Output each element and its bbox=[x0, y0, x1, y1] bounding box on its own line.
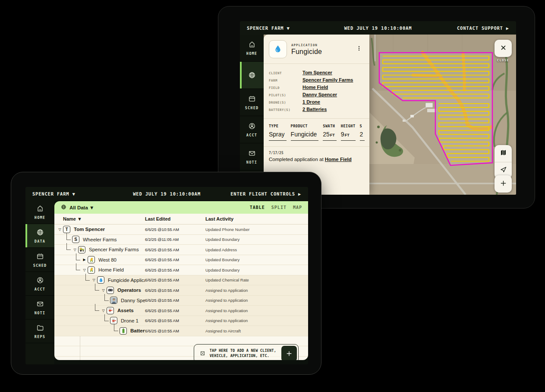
table-row[interactable]: ▽Spencer Family Farms6/6/25 @10:55 AMUpd… bbox=[54, 245, 308, 255]
contact-support-button[interactable]: CONTACT SUPPORT ▶ bbox=[457, 25, 509, 31]
row-name: Assets bbox=[117, 308, 134, 313]
sidebar-item-label: ACCT bbox=[35, 287, 45, 291]
droplet-icon bbox=[97, 276, 104, 284]
detail-label: FIELD bbox=[269, 86, 302, 90]
zoom-in-button[interactable] bbox=[495, 175, 512, 193]
globe-icon bbox=[60, 204, 67, 211]
detail-label: FARM bbox=[269, 79, 302, 82]
sidebar-item-reps[interactable]: REPS bbox=[25, 319, 54, 343]
sidebar-item-label: DATA bbox=[35, 239, 45, 243]
sidebar-item-sched[interactable]: SCHED bbox=[25, 248, 54, 272]
table-row[interactable]: ▽Assets6/6/25 @10:55 AMAssigned to Appli… bbox=[54, 306, 308, 316]
activity-entry: 7/17/25 Completed application at Home Fi… bbox=[264, 147, 369, 166]
row-name: Battery 1 bbox=[130, 328, 145, 333]
row-name: Home Field bbox=[98, 267, 124, 272]
mail-icon bbox=[248, 149, 256, 158]
row-name: Tom Spencer bbox=[74, 227, 105, 232]
row-name: Fungicide Application bbox=[108, 278, 145, 283]
detail-row: DRONE(S)1 Drone bbox=[269, 99, 364, 104]
enter-flight-controls-button[interactable]: ENTER FLIGHT CONTROLS ▶ bbox=[230, 191, 301, 196]
data-table: Name ▼ Last Edited Last Activity ▽TTom S… bbox=[54, 214, 308, 360]
table-row[interactable]: SWheeler Farms6/2/25 @11:05 AMUpdated Bo… bbox=[54, 235, 308, 245]
column-header-name[interactable]: Name ▼ bbox=[54, 216, 145, 221]
view-switcher: TABLESPLITMAP bbox=[250, 205, 302, 210]
row-name: Wheeler Farms bbox=[83, 237, 117, 242]
tree-connector bbox=[66, 243, 71, 250]
detail-row: BATTERY(S)2 Batteries bbox=[269, 107, 364, 112]
expander-closed-icon[interactable]: ▶ bbox=[82, 258, 87, 262]
spec-swath: SWATH25FT bbox=[323, 124, 337, 141]
table-row[interactable]: Battery 16/6/25 @10:55 AMAssigned to Air… bbox=[54, 326, 308, 336]
entity-letter-icon: S bbox=[72, 236, 79, 243]
map-icon bbox=[499, 149, 507, 158]
table-row[interactable]: ▽Fungicide Application6/6/25 @10:55 AMUp… bbox=[54, 275, 308, 286]
row-last-edited: 6/6/25 @10:55 AM bbox=[145, 278, 205, 282]
front-content: All Data ▼ TABLESPLITMAP Name ▼ Last Edi… bbox=[54, 200, 308, 364]
sidebar-item-data[interactable]: DATA bbox=[25, 224, 54, 248]
table-row[interactable]: ▽TTom Spencer6/6/25 @10:55 AMUpdated Pho… bbox=[54, 224, 308, 235]
table-row[interactable]: ▽Operators6/6/25 @10:55 AMAssigned to Ap… bbox=[54, 285, 308, 296]
globe-icon bbox=[36, 228, 44, 237]
row-last-activity: Assigned to Application bbox=[205, 288, 308, 293]
detail-value-link[interactable]: 2 Batteries bbox=[302, 107, 327, 112]
row-last-activity: Updated Boundary bbox=[205, 268, 308, 272]
expander-open-icon[interactable]: ▽ bbox=[72, 248, 78, 252]
sidebar-item-acct[interactable]: ACCT bbox=[25, 272, 54, 296]
activity-text-label: Completed application at bbox=[269, 157, 325, 162]
application-details: CLIENTTom SpencerFARMSpencer Family Farm… bbox=[264, 64, 369, 119]
detail-row: FARMSpencer Family Farms bbox=[269, 77, 364, 82]
sidebar-item-noti[interactable]: NOTI bbox=[240, 143, 264, 171]
table-row[interactable]: ▽Home Field6/6/25 @10:55 AMUpdated Bound… bbox=[54, 265, 308, 275]
back-screen: SPENCER FARM ▼ WED JULY 19 10:10:00AM CO… bbox=[240, 21, 516, 195]
calendar-icon bbox=[248, 95, 256, 103]
locate-icon bbox=[499, 165, 507, 175]
tractor-icon bbox=[78, 246, 85, 253]
expander-open-icon[interactable]: ▽ bbox=[101, 309, 106, 313]
expander-open-icon[interactable]: ▽ bbox=[101, 288, 106, 292]
calendar-icon bbox=[36, 252, 44, 261]
sidebar-item-acct[interactable]: ACCT bbox=[240, 116, 264, 143]
kebab-menu-icon[interactable] bbox=[354, 44, 364, 54]
close-button-label: CLOSE bbox=[495, 59, 512, 62]
data-scope-selector[interactable]: All Data ▼ bbox=[60, 204, 94, 211]
view-option-split[interactable]: SPLIT bbox=[271, 205, 287, 210]
expander-open-icon[interactable]: ▽ bbox=[57, 228, 63, 231]
detail-value-link[interactable]: Tom Spencer bbox=[302, 70, 332, 75]
detail-value-link[interactable]: Spencer Family Farms bbox=[302, 77, 353, 82]
detail-value-link[interactable]: Danny Spencer bbox=[302, 92, 337, 97]
table-row[interactable]: Danny Spencer6/6/25 @10:55 AMAssigned to… bbox=[54, 296, 308, 306]
sidebar-item-label: HOME bbox=[246, 51, 257, 56]
home-icon bbox=[36, 204, 44, 213]
sidebar-item-label: SCHED bbox=[245, 106, 259, 110]
view-option-table[interactable]: TABLE bbox=[250, 205, 265, 210]
detail-value-link[interactable]: 1 Drone bbox=[302, 99, 320, 104]
close-button[interactable] bbox=[495, 40, 512, 57]
sidebar-item-data[interactable] bbox=[240, 62, 264, 89]
sidebar-item-home[interactable]: HOME bbox=[240, 35, 264, 62]
column-header-last-activity[interactable]: Last Activity bbox=[205, 216, 308, 221]
sidebar-item-sched[interactable]: SCHED bbox=[240, 89, 264, 116]
row-last-activity: Assigned to Application bbox=[205, 308, 308, 313]
table-row[interactable]: Drone 16/6/25 @10:55 AMAssigned to Appli… bbox=[54, 316, 308, 326]
add-new-button[interactable]: TAP HERE TO ADD A NEW CLIENT, VEHICLE, A… bbox=[194, 344, 299, 360]
farm-selector[interactable]: SPENCER FARM ▼ bbox=[247, 25, 290, 31]
application-panel: APPLICATION Fungicide CLIENTTom SpencerF… bbox=[264, 35, 369, 195]
table-header-row: Name ▼ Last Edited Last Activity bbox=[54, 214, 308, 224]
expander-open-icon[interactable]: ▽ bbox=[82, 268, 87, 272]
activity-field-link[interactable]: Home Field bbox=[325, 157, 352, 162]
view-option-map[interactable]: MAP bbox=[293, 205, 302, 210]
detail-value-link[interactable]: Home Field bbox=[302, 85, 328, 90]
back-content: APPLICATION Fungicide CLIENTTom SpencerF… bbox=[264, 35, 516, 195]
farm-selector[interactable]: SPENCER FARM ▼ bbox=[32, 191, 76, 196]
table-row[interactable]: ▶West 806/6/25 @10:55 AMUpdated Boundary bbox=[54, 255, 308, 266]
sidebar-item-home[interactable]: HOME bbox=[25, 200, 54, 224]
tree-connector bbox=[76, 253, 80, 260]
column-header-last-edited[interactable]: Last Edited bbox=[145, 216, 205, 221]
sidebar-item-noti[interactable]: NOTI bbox=[25, 296, 54, 319]
detail-label: DRONE(S) bbox=[269, 101, 302, 104]
back-topbar: SPENCER FARM ▼ WED JULY 19 10:10:00AM CO… bbox=[240, 21, 516, 35]
row-last-activity: Updated Chemical Rate bbox=[205, 278, 308, 282]
map-style-button[interactable] bbox=[495, 145, 512, 162]
expander-open-icon[interactable]: ▽ bbox=[91, 278, 97, 282]
row-last-activity: Assigned to Aircraft bbox=[205, 329, 308, 333]
